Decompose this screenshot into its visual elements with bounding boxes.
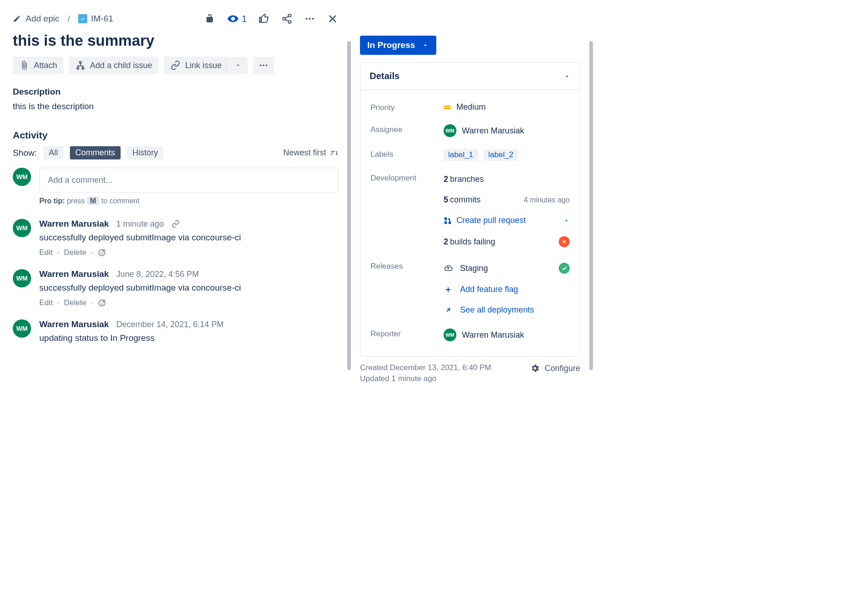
thumbs-up-icon[interactable]: [259, 13, 270, 24]
priority-medium-icon: [444, 106, 451, 109]
builds-failing-link[interactable]: 2builds failing: [444, 234, 570, 249]
svg-point-8: [101, 252, 101, 253]
gear-icon: [530, 363, 540, 373]
comment-author[interactable]: Warren Marusiak: [39, 269, 109, 279]
permalink-icon[interactable]: [171, 220, 180, 228]
assignee-label: Assignee: [370, 124, 444, 134]
details-panel: Details Priority Medium Assignee: [360, 62, 580, 357]
scrollbar-thumb[interactable]: [589, 41, 593, 370]
see-all-deployments-link[interactable]: See all deployments: [444, 303, 570, 317]
comment-placeholder: Add a comment...: [48, 175, 112, 185]
branches-link[interactable]: 2branches: [444, 173, 570, 186]
comment-text: successfully deployed submitImage via co…: [39, 233, 338, 243]
svg-point-13: [102, 302, 103, 303]
comment-edit[interactable]: Edit: [39, 248, 53, 257]
fail-icon: [559, 236, 570, 247]
comment-text: successfully deployed submitImage via co…: [39, 283, 338, 293]
comment-time[interactable]: December 14, 2021, 6:14 PM: [116, 320, 223, 329]
commits-link[interactable]: 5commits 4 minutes ago: [444, 193, 570, 207]
reporter-value[interactable]: WM Warren Marusiak: [444, 329, 570, 341]
release-staging[interactable]: Staging: [444, 261, 570, 276]
svg-point-12: [101, 302, 101, 303]
svg-point-5: [263, 64, 265, 66]
issue-key-link[interactable]: IM-61: [78, 14, 113, 24]
link-issue-label: Link issue: [185, 61, 222, 70]
labels-value[interactable]: label_1 label_2: [444, 149, 570, 161]
lock-icon[interactable]: [204, 13, 215, 24]
avatar: WM: [13, 168, 31, 186]
configure-label: Configure: [545, 364, 580, 373]
labels-label: Labels: [370, 149, 444, 159]
sort-button[interactable]: Newest first: [283, 148, 338, 158]
filter-all[interactable]: All: [43, 146, 64, 159]
reporter-label: Reporter: [370, 329, 444, 339]
more-actions-button[interactable]: [253, 57, 274, 74]
label-chip[interactable]: label_1: [444, 149, 478, 161]
comment-delete[interactable]: Delete: [64, 298, 86, 308]
activity-label: Activity: [13, 130, 338, 141]
breadcrumb-separator: /: [68, 14, 70, 24]
label-chip[interactable]: label_2: [484, 149, 518, 161]
priority-value[interactable]: Medium: [444, 102, 570, 112]
comment-input[interactable]: Add a comment...: [39, 168, 338, 192]
comment-author[interactable]: Warren Marusiak: [39, 319, 109, 329]
filter-history[interactable]: History: [127, 146, 164, 159]
link-issue-button[interactable]: Link issue: [164, 57, 248, 74]
check-icon: [559, 263, 570, 274]
filter-comments[interactable]: Comments: [70, 146, 121, 159]
attach-button[interactable]: Attach: [13, 57, 64, 74]
updated-date: Updated 1 minute ago: [360, 374, 491, 383]
eye-icon: [227, 13, 239, 25]
header-actions: 1: [204, 13, 338, 25]
sort-icon: [330, 149, 338, 157]
chevron-down-icon[interactable]: [563, 217, 570, 224]
cloud-upload-icon: [444, 263, 453, 273]
comment: WMWarren MarusiakDecember 14, 2021, 6:14…: [13, 319, 338, 349]
more-icon[interactable]: [304, 13, 315, 24]
comment: WMWarren MarusiakJune 8, 2022, 4:56 PMsu…: [13, 269, 338, 308]
add-epic-link[interactable]: Add epic: [13, 14, 59, 24]
releases-label: Releases: [370, 261, 444, 271]
reaction-icon[interactable]: [98, 249, 106, 257]
more-icon: [259, 60, 269, 70]
releases-value: Staging Add feature flag: [444, 261, 570, 317]
issue-summary[interactable]: this is the summary: [13, 32, 338, 49]
close-icon[interactable]: [327, 13, 338, 24]
arrow-up-right-icon: [444, 307, 453, 314]
comment-text: updating status to In Progress: [39, 333, 338, 343]
issue-type-icon: [78, 14, 87, 23]
svg-point-0: [232, 18, 234, 20]
configure-button[interactable]: Configure: [530, 363, 580, 373]
scrollbar-thumb[interactable]: [347, 41, 351, 370]
action-bar: Attach Add a child issue Link issue: [13, 57, 338, 74]
chevron-down-icon[interactable]: [231, 62, 245, 69]
show-label: Show:: [13, 148, 37, 158]
create-pr-link[interactable]: Create pull request: [444, 214, 570, 227]
development-value: 2branches 5commits 4 minutes ago Create …: [444, 173, 570, 249]
svg-point-6: [266, 64, 268, 66]
pencil-icon: [13, 15, 21, 23]
reaction-icon[interactable]: [98, 299, 106, 307]
assignee-value[interactable]: WM Warren Marusiak: [444, 124, 570, 137]
status-label: In Progress: [367, 40, 415, 50]
description-text[interactable]: this is the description: [13, 101, 338, 111]
comment-edit[interactable]: Edit: [39, 298, 53, 308]
sort-label: Newest first: [283, 148, 326, 158]
avatar: WM: [444, 329, 456, 341]
add-feature-flag-link[interactable]: Add feature flag: [444, 283, 570, 296]
comment-author[interactable]: Warren Marusiak: [39, 219, 109, 229]
issue-header: Add epic / IM-61 1: [13, 13, 338, 32]
chevron-up-icon: [563, 73, 571, 80]
comment-time[interactable]: June 8, 2022, 4:56 PM: [116, 270, 199, 279]
add-child-issue-label: Add a child issue: [90, 61, 152, 70]
share-icon[interactable]: [281, 13, 292, 24]
add-epic-label: Add epic: [26, 14, 59, 24]
status-button[interactable]: In Progress: [360, 36, 436, 55]
development-label: Development: [370, 173, 444, 183]
comment-delete[interactable]: Delete: [64, 248, 86, 257]
add-child-issue-button[interactable]: Add a child issue: [69, 57, 159, 74]
comment-time[interactable]: 1 minute ago: [116, 219, 164, 229]
watch-button[interactable]: 1: [227, 13, 247, 25]
breadcrumb: Add epic / IM-61: [13, 14, 113, 24]
details-header[interactable]: Details: [360, 63, 580, 90]
